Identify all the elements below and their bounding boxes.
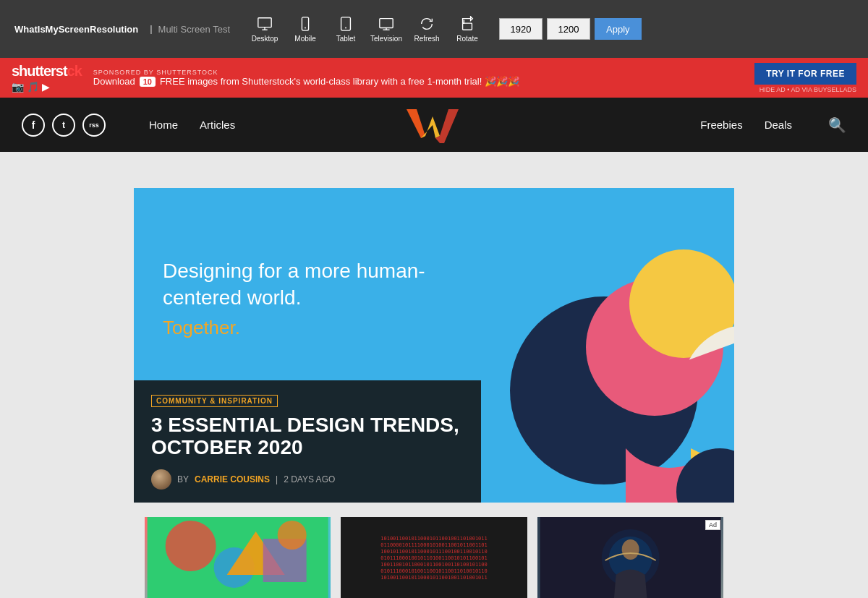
ad-download-text: Download (93, 76, 135, 87)
article-date: 2 DAYS AGO (284, 474, 335, 484)
nav-home-link[interactable]: Home (149, 119, 178, 131)
hero-text-area: Designing for a more human-centered worl… (134, 188, 464, 361)
tablet-icon-group[interactable]: Tablet (326, 10, 366, 48)
author-avatar (151, 469, 171, 490)
mobile-icon (297, 16, 313, 32)
card-1-image (145, 517, 331, 598)
apply-button[interactable]: Apply (595, 18, 642, 40)
nav-articles-link[interactable]: Articles (200, 119, 235, 131)
svg-point-19 (676, 448, 734, 503)
svg-point-29 (621, 539, 639, 560)
hero-tag: COMMUNITY & INSPIRATION (151, 395, 278, 407)
brand-name: WhatIsMyScreenResolution (14, 24, 138, 35)
nav-right-links: Freebies Deals 🔍 (700, 116, 846, 134)
desktop-icon (257, 16, 273, 32)
mobile-label: Mobile (294, 35, 315, 43)
hero-wrapper: Designing for a more human-centered worl… (0, 152, 868, 503)
svg-point-21 (166, 521, 216, 571)
ad-text: Download 10 FREE images from Shutterstoc… (93, 76, 754, 87)
main-content: Designing for a more human-centered worl… (0, 152, 868, 598)
refresh-icon-group[interactable]: Refresh (407, 10, 447, 48)
nav-freebies-link[interactable]: Freebies (700, 119, 742, 131)
height-input[interactable] (547, 18, 590, 40)
hero-caption: COMMUNITY & INSPIRATION 3 ESSENTIAL DESI… (134, 380, 481, 503)
television-icon (378, 16, 394, 32)
author-name: CARRIE COUSINS (195, 474, 270, 484)
ad-logo: shutterstck 📷 🎵 ▶ (12, 63, 82, 93)
binary-display: 10100110010110001011001001101001011 0110… (378, 533, 490, 585)
svg-rect-10 (463, 23, 472, 30)
card-1[interactable]: NEWS Popular Design News of the Week: Se… (145, 517, 331, 598)
television-label: Television (370, 35, 402, 43)
resolution-inputs: Apply (499, 18, 642, 40)
ad-sponsored-label: SPONSORED BY SHUTTERSTOCK (93, 69, 754, 76)
ad-logo-text: shutterstck (12, 63, 82, 80)
brand-area: WhatIsMyScreenResolution | Multi Screen … (14, 24, 230, 35)
facebook-icon[interactable]: f (22, 114, 45, 137)
twitter-icon[interactable]: t (52, 114, 75, 137)
width-input[interactable] (499, 18, 542, 40)
desktop-icon-group[interactable]: Desktop (244, 10, 285, 48)
rotate-icon (459, 16, 475, 32)
ad-badge: Ad (705, 520, 720, 530)
ad-bar: shutterstck 📷 🎵 ▶ SPONSORED BY SHUTTERST… (0, 58, 868, 98)
try-free-button[interactable]: TRY IT FOR FREE (754, 63, 856, 85)
video-icon: ▶ (42, 81, 50, 93)
ad-logo-icons: 📷 🎵 ▶ (12, 81, 82, 93)
television-icon-group[interactable]: Television (366, 10, 407, 48)
ad-badge: 10 (140, 77, 156, 87)
ad-rest-text: FREE images from Shutterstock's world-cl… (160, 76, 519, 87)
refresh-icon (419, 16, 435, 32)
svg-point-25 (278, 521, 307, 550)
nav-left-links: Home Articles (149, 119, 235, 131)
date-separator: | (276, 474, 278, 484)
hero-title: 3 ESSENTIAL DESIGN TRENDS, OCTOBER 2020 (151, 414, 464, 459)
desktop-label: Desktop (252, 35, 278, 43)
svg-point-6 (345, 27, 346, 28)
mobile-icon-group[interactable]: Mobile (285, 10, 326, 48)
hero-meta: BY CARRIE COUSINS | 2 DAYS AGO (151, 469, 464, 490)
rss-icon[interactable]: rss (82, 114, 106, 137)
nav-bar: f t rss Home Articles Freebies Deals 🔍 (0, 98, 868, 152)
card-2-image: 10100110010110001011001001101001011 0110… (341, 517, 527, 598)
svg-marker-12 (407, 109, 425, 138)
hide-ad-label: HIDE AD • AD VIA BUYSELLADS (760, 86, 856, 93)
ad-content: SPONSORED BY SHUTTERSTOCK Download 10 FR… (93, 69, 754, 87)
svg-rect-0 (258, 17, 271, 27)
multiscreen-label: Multi Screen Test (158, 24, 230, 35)
tablet-icon (338, 16, 354, 32)
nav-social: f t rss (22, 114, 106, 137)
hero-headline: Designing for a more human-centered worl… (163, 258, 435, 311)
card-2[interactable]: 10100110010110001011001001101001011 0110… (341, 517, 527, 598)
svg-marker-14 (435, 109, 459, 143)
bottom-cards: NEWS Popular Design News of the Week: Se… (0, 503, 868, 598)
music-icon: 🎵 (27, 81, 39, 93)
card-3[interactable]: Ad (537, 517, 723, 598)
hero-section[interactable]: Designing for a more human-centered worl… (134, 188, 734, 503)
svg-point-4 (305, 27, 306, 28)
by-label: BY (177, 474, 189, 484)
site-logo[interactable] (405, 103, 463, 147)
ad-right: TRY IT FOR FREE HIDE AD • AD VIA BUYSELL… (754, 63, 856, 93)
toolbar: WhatIsMyScreenResolution | Multi Screen … (0, 0, 868, 58)
rotate-icon-group[interactable]: Rotate (447, 10, 488, 48)
rotate-label: Rotate (456, 35, 477, 43)
brand-separator: | (150, 24, 152, 34)
card-3-image: Ad (537, 517, 723, 598)
nav-deals-link[interactable]: Deals (765, 119, 792, 131)
tablet-label: Tablet (336, 35, 356, 43)
refresh-label: Refresh (414, 35, 440, 43)
camera-icon: 📷 (12, 81, 24, 93)
search-icon[interactable]: 🔍 (828, 116, 846, 134)
hero-together: Together. (163, 317, 435, 339)
svg-rect-7 (380, 18, 393, 27)
